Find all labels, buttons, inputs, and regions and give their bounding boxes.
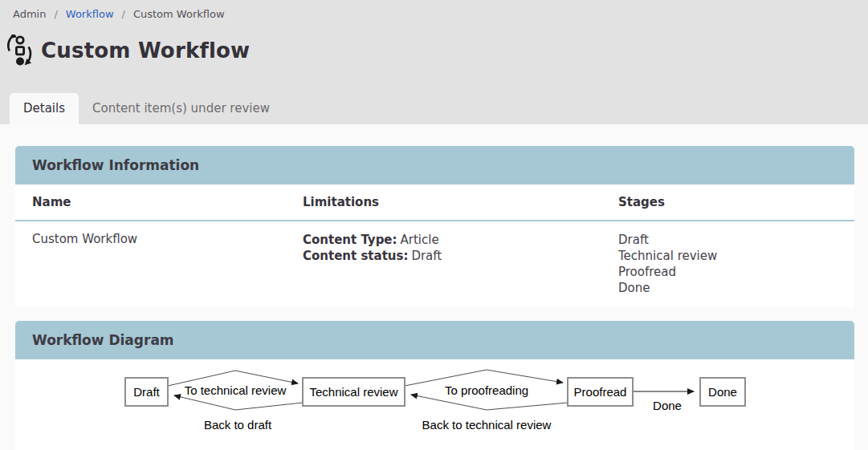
- edge-back-to-draft: [174, 395, 303, 410]
- table-row: Custom Workflow Content Type:Article Con…: [15, 221, 854, 307]
- limitations-cell: Content Type:Article Content status:Draf…: [303, 232, 618, 264]
- transition-label-to-technical-review: To technical review: [185, 383, 287, 397]
- stage-item: Draft: [618, 232, 854, 248]
- workflow-diagram-card: Workflow Diagram: [15, 321, 854, 450]
- transition-label-to-proofreading: To proofreading: [445, 383, 528, 397]
- stage-item: Done: [618, 280, 854, 296]
- tab-details[interactable]: Details: [10, 93, 79, 124]
- page-title: Custom Workflow: [41, 39, 250, 63]
- limitation-content-status: Content status:Draft: [303, 248, 618, 264]
- content: Workflow Information Name Limitations St…: [0, 124, 868, 450]
- tab-bar: Details Content item(s) under review: [10, 93, 283, 124]
- topbar: Admin / Workflow / Custom Workflow Custo…: [0, 0, 868, 124]
- diagram-node-proofread: Proofread: [574, 385, 627, 399]
- breadcrumb-item-current: Custom Workflow: [133, 8, 225, 20]
- stage-item: Technical review: [618, 248, 854, 264]
- diagram-node-draft: Draft: [133, 385, 160, 399]
- workflow-icon: [6, 34, 34, 67]
- breadcrumb: Admin / Workflow / Custom Workflow: [0, 0, 868, 20]
- workflow-diagram-svg: Draft Technical review Proofread Done To…: [15, 359, 854, 450]
- limitation-content-type: Content Type:Article: [303, 232, 618, 248]
- workflow-information-card: Workflow Information Name Limitations St…: [15, 146, 854, 307]
- stage-item: Proofread: [618, 264, 854, 280]
- transition-label-back-to-technical-review: Back to technical review: [422, 418, 552, 432]
- breadcrumb-separator: /: [122, 8, 125, 20]
- transition-label-back-to-draft: Back to draft: [204, 418, 272, 432]
- column-header-stages: Stages: [618, 195, 854, 209]
- diagram-node-done: Done: [708, 385, 737, 399]
- limitation-value: Draft: [411, 249, 442, 263]
- workflow-information-table: Name Limitations Stages Custom Workflow …: [15, 184, 854, 307]
- limitation-label: Content Type:: [303, 233, 397, 247]
- breadcrumb-item-admin: Admin: [13, 8, 46, 20]
- tab-content-items-under-review[interactable]: Content item(s) under review: [79, 93, 283, 124]
- page-title-row: Custom Workflow: [0, 20, 868, 67]
- page: Admin / Workflow / Custom Workflow Custo…: [0, 0, 868, 450]
- breadcrumb-item-workflow[interactable]: Workflow: [66, 8, 114, 20]
- workflow-diagram-header: Workflow Diagram: [15, 321, 854, 359]
- column-header-limitations: Limitations: [303, 195, 618, 209]
- stages-cell: Draft Technical review Proofread Done: [618, 232, 854, 296]
- transition-label-done: Done: [653, 399, 682, 412]
- table-header-row: Name Limitations Stages: [15, 184, 854, 221]
- workflow-name-cell: Custom Workflow: [15, 232, 303, 246]
- breadcrumb-separator: /: [54, 8, 57, 20]
- diagram-node-technical-review: Technical review: [309, 385, 397, 399]
- column-header-name: Name: [15, 195, 303, 209]
- workflow-diagram: Draft Technical review Proofread Done To…: [15, 359, 854, 450]
- limitation-label: Content status:: [303, 249, 408, 263]
- workflow-information-header: Workflow Information: [15, 146, 854, 184]
- limitation-value: Article: [401, 233, 439, 247]
